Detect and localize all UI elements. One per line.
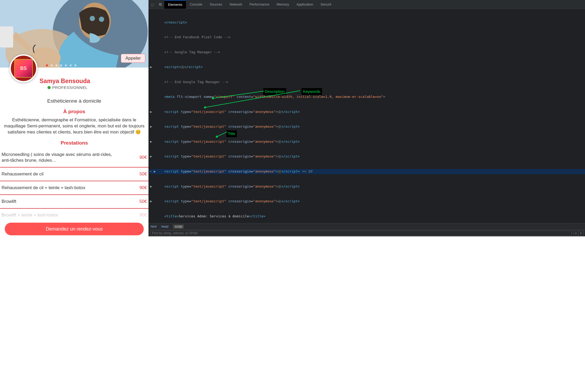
professional-label: PROFESSIONNEL bbox=[52, 85, 88, 90]
service-price: 50€ bbox=[140, 199, 147, 204]
service-row[interactable]: Browlift 50€ bbox=[0, 195, 148, 209]
about-text: Esthéticienne, dermographe et Formatrice… bbox=[0, 114, 148, 135]
service-name: Browlift bbox=[2, 199, 16, 204]
find-bar: ∧ ∨ bbox=[148, 230, 585, 236]
dom-comment[interactable]: <!-- End Facebook Pixel Code --> bbox=[164, 35, 230, 40]
service-price: 90€ bbox=[140, 155, 147, 160]
dom-node[interactable]: <script>⋯</script> bbox=[164, 65, 203, 70]
tab-network[interactable]: Network bbox=[226, 0, 246, 9]
dom-node[interactable]: <script type="text/javascript" crossorig… bbox=[164, 109, 300, 114]
service-row[interactable]: Rehaussement de cil + teinte + lash-boto… bbox=[0, 181, 148, 195]
cta-button[interactable]: Demandez un rendez-vous bbox=[5, 223, 144, 235]
annotation-keywords: Keywords bbox=[301, 88, 322, 95]
dom-node[interactable]: <script type="text/javascript" crossorig… bbox=[164, 199, 300, 204]
about-heading: À propos bbox=[0, 104, 148, 114]
tab-security[interactable]: Securit bbox=[317, 0, 335, 9]
tab-sources[interactable]: Sources bbox=[206, 0, 226, 9]
find-nav: ∧ ∨ bbox=[573, 231, 583, 236]
dom-node[interactable]: <script type="text/javascript" crossorig… bbox=[164, 154, 300, 159]
dom-node[interactable]: <script type="text/javascript" crossorig… bbox=[164, 139, 300, 144]
service-price: 90€ bbox=[140, 185, 147, 190]
find-next-icon[interactable]: ∨ bbox=[578, 231, 583, 236]
svg-rect-8 bbox=[0, 26, 13, 47]
device-toggle-icon[interactable]: ⧉ bbox=[156, 2, 164, 7]
service-name: Microneedling ( soins de visage avec sér… bbox=[2, 152, 118, 163]
service-name: Rehaussement de cil + teinte + lash-boto… bbox=[2, 185, 85, 191]
svg-point-5 bbox=[90, 16, 95, 21]
inspect-icon[interactable]: ⬚ bbox=[148, 2, 156, 7]
profile-status: PROFESSIONNEL bbox=[40, 85, 148, 90]
tab-application[interactable]: Application bbox=[293, 0, 317, 9]
main-container: Appeler BS Samya Bensouda PROFESSIONNEL … bbox=[0, 0, 585, 236]
service-price: 50€ bbox=[140, 171, 147, 177]
find-input[interactable] bbox=[150, 231, 572, 236]
tab-console[interactable]: Console bbox=[186, 0, 206, 9]
services-heading: Prestations bbox=[0, 135, 148, 146]
devtools-panel: ⬚ ⧉ Elements Console Sources Network Per… bbox=[148, 0, 585, 236]
avatar[interactable]: BS bbox=[9, 54, 37, 82]
service-name: Rehaussement de cil bbox=[2, 171, 44, 177]
breadcrumb-item[interactable]: script bbox=[173, 224, 184, 229]
tab-memory[interactable]: Memory bbox=[273, 0, 293, 9]
profile-subtitle: Esthéticienne à domicile bbox=[0, 90, 148, 104]
call-button[interactable]: Appeler bbox=[121, 54, 145, 63]
breadcrumb: html head script bbox=[148, 223, 585, 230]
dom-node[interactable]: <title>Services Adom: Services à domicil… bbox=[164, 214, 266, 219]
find-prev-icon[interactable]: ∧ bbox=[574, 231, 578, 236]
breadcrumb-item[interactable]: head bbox=[161, 225, 169, 228]
app-panel: Appeler BS Samya Bensouda PROFESSIONNEL … bbox=[0, 0, 148, 236]
dom-node[interactable]: <script type="text/javascript" crossorig… bbox=[164, 184, 300, 189]
service-list: Microneedling ( soins de visage avec sér… bbox=[0, 146, 148, 222]
svg-point-6 bbox=[99, 17, 104, 22]
dom-comment[interactable]: <!-- End Google Tag Manager --> bbox=[164, 80, 228, 85]
carousel-dots[interactable] bbox=[46, 64, 76, 66]
selected-indicator: == $0 bbox=[300, 169, 312, 174]
dom-node[interactable]: </noscript> bbox=[164, 20, 187, 25]
service-row[interactable]: Rehaussement de cil 50€ bbox=[0, 168, 148, 181]
devtools-tabs: ⬚ ⧉ Elements Console Sources Network Per… bbox=[148, 0, 585, 9]
profile-name: Samya Bensouda bbox=[40, 78, 148, 85]
online-indicator-icon bbox=[47, 86, 51, 89]
arrow-icon bbox=[216, 132, 227, 137]
dom-node[interactable]: <script type="text/javascript" crossorig… bbox=[164, 124, 300, 129]
breadcrumb-item[interactable]: html bbox=[151, 225, 157, 228]
fade-overlay bbox=[0, 214, 148, 222]
tab-performance[interactable]: Performance bbox=[246, 0, 273, 9]
dom-node-selected[interactable]: <script type="text/javascript" crossorig… bbox=[164, 169, 300, 174]
service-row[interactable]: Microneedling ( soins de visage avec sér… bbox=[0, 148, 148, 168]
dom-comment[interactable]: <!-- Google Tag Manager --> bbox=[164, 50, 220, 55]
annotation-title: Title bbox=[226, 130, 237, 137]
avatar-initials: BS bbox=[14, 59, 33, 78]
tab-elements[interactable]: Elements bbox=[164, 0, 186, 9]
dom-tree[interactable]: </noscript> <!-- End Facebook Pixel Code… bbox=[148, 9, 585, 223]
